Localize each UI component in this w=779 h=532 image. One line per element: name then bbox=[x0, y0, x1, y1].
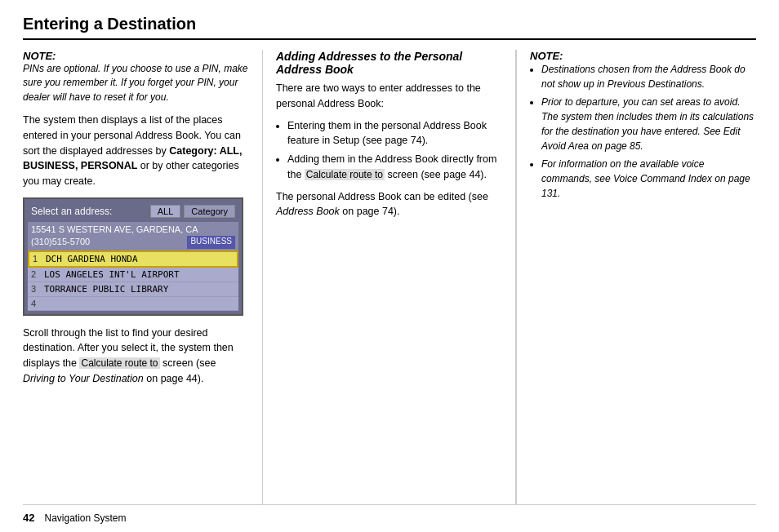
right-bullet-3-text: For information on the available voice c… bbox=[541, 158, 750, 199]
screen-address-row: 15541 S WESTERN AVE, GARDENA, CA (310)51… bbox=[28, 222, 238, 250]
screen-list: 1 DCH GARDENA HONDA 2 LOS ANGELES INT'L … bbox=[28, 250, 238, 311]
body3-end: on page 74). bbox=[340, 206, 400, 217]
bullet-item-2: Adding them in the Address Book directly… bbox=[287, 152, 502, 183]
bullet2-end: screen (see page 44). bbox=[385, 169, 487, 180]
right-bullet-2-text: Prior to departure, you can set areas to… bbox=[541, 96, 754, 152]
screen-btn-category[interactable]: Category bbox=[184, 205, 235, 218]
note-title-left: NOTE: bbox=[23, 50, 249, 62]
bullet-list-middle: Entering them in the personal Address Bo… bbox=[287, 118, 502, 183]
content-area: NOTE: PINs are optional. If you choose t… bbox=[23, 50, 756, 504]
body-text-2: Scroll through the list to find your des… bbox=[23, 326, 249, 387]
screen-list-item-3[interactable]: 3 TORRANCE PUBLIC LIBRARY bbox=[28, 282, 238, 297]
screen-mockup: Select an address: ALL Category 15541 S … bbox=[23, 197, 243, 316]
screen-item-num-3: 3 bbox=[31, 284, 44, 294]
middle-body3: The personal Address Book can be edited … bbox=[276, 189, 502, 220]
bullet-item-1: Entering them in the personal Address Bo… bbox=[287, 118, 502, 149]
section-title-middle: Adding Addresses to the Personal Address… bbox=[276, 50, 502, 76]
screen-item-num-4: 4 bbox=[31, 299, 44, 308]
bullet1-text: Entering them in the personal Address Bo… bbox=[287, 120, 487, 147]
screen-list-item-2[interactable]: 2 LOS ANGELES INT'L AIRPORT bbox=[28, 268, 238, 282]
body-text-1: The system then displays a list of the p… bbox=[23, 113, 249, 189]
body2-italic: Driving to Your Destination bbox=[23, 373, 144, 384]
note-title-right: NOTE: bbox=[530, 50, 756, 62]
right-bullet-3: For information on the available voice c… bbox=[541, 157, 756, 201]
footer-label: Navigation System bbox=[44, 512, 126, 524]
body2-page: on page 44). bbox=[144, 373, 204, 384]
note-text-left: PINs are optional. If you choose to use … bbox=[23, 62, 249, 104]
screen-address-line1: 15541 S WESTERN AVE, GARDENA, CA bbox=[31, 224, 235, 236]
screen-item-name-3: TORRANCE PUBLIC LIBRARY bbox=[44, 284, 168, 295]
screen-list-item-1[interactable]: 1 DCH GARDENA HONDA bbox=[28, 250, 238, 268]
body2-end: screen (see bbox=[160, 357, 216, 369]
body3-italic: Address Book bbox=[276, 206, 340, 217]
bullet2-code: Calculate route to bbox=[305, 169, 385, 180]
screen-business-badge: BUSINESS bbox=[187, 236, 235, 248]
note-bullet-list-right: Destinations chosen from the Address Boo… bbox=[541, 62, 756, 201]
screen-header: Select an address: ALL Category bbox=[28, 202, 238, 220]
screen-btn-all[interactable]: ALL bbox=[150, 205, 181, 218]
right-bullet-1-text: Destinations chosen from the Address Boo… bbox=[541, 64, 746, 90]
page: Entering a Destination NOTE: PINs are op… bbox=[0, 0, 779, 532]
col-right: NOTE: Destinations chosen from the Addre… bbox=[516, 50, 756, 504]
footer: 42 Navigation System bbox=[23, 504, 756, 524]
page-number: 42 bbox=[23, 512, 34, 524]
body3-pre: The personal Address Book can be edited … bbox=[276, 191, 488, 202]
right-bullet-1: Destinations chosen from the Address Boo… bbox=[541, 62, 756, 91]
screen-list-item-4[interactable]: 4 bbox=[28, 297, 238, 311]
screen-label: Select an address: bbox=[31, 206, 150, 217]
note-block-left: NOTE: PINs are optional. If you choose t… bbox=[23, 50, 249, 104]
screen-item-name-1: DCH GARDENA HONDA bbox=[46, 254, 138, 264]
middle-intro: There are two ways to enter addresses to… bbox=[276, 81, 502, 112]
screen-item-num-2: 2 bbox=[31, 269, 44, 279]
screen-address-line2-row: (310)515-5700 BUSINESS bbox=[31, 236, 235, 248]
right-bullet-2: Prior to departure, you can set areas to… bbox=[541, 95, 756, 153]
screen-address-line2: (310)515-5700 bbox=[31, 236, 90, 248]
col-left: NOTE: PINs are optional. If you choose t… bbox=[23, 50, 263, 504]
body2-code: Calculate route to bbox=[79, 357, 159, 369]
note-block-right: NOTE: Destinations chosen from the Addre… bbox=[530, 50, 756, 201]
screen-item-num-1: 1 bbox=[33, 254, 46, 264]
page-title: Entering a Destination bbox=[23, 15, 756, 40]
col-middle: Adding Addresses to the Personal Address… bbox=[263, 50, 516, 504]
screen-item-name-2: LOS ANGELES INT'L AIRPORT bbox=[44, 269, 180, 280]
